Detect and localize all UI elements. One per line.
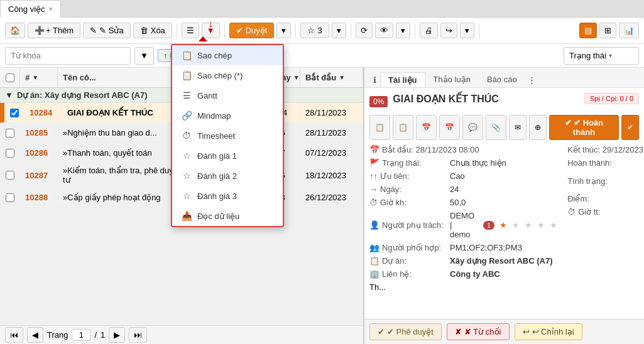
eye-button[interactable]: 👁 — [375, 23, 393, 38]
last-page-button[interactable]: ⏭ — [129, 327, 147, 343]
info-tab-icon[interactable]: ℹ — [369, 73, 380, 87]
menu-item-docdulieu[interactable]: 📥 Đọc dữ liệu — [172, 206, 283, 226]
filter-dropdown-1[interactable]: ▼ — [134, 47, 154, 65]
chevron-down-icon-3: ▾ — [337, 26, 341, 35]
menu-button[interactable]: ☰ — [182, 23, 199, 38]
mail-action-btn[interactable]: ✉ — [509, 115, 527, 140]
row-checkbox[interactable] — [6, 149, 14, 158]
gantt-icon: ☰ — [181, 90, 192, 101]
star3-icon: ☆ — [181, 190, 192, 202]
td-id: 10287 — [20, 168, 58, 183]
copy-star-icon: 📋 — [181, 70, 192, 81]
congviec-tab[interactable]: Công việc × — [0, 0, 61, 18]
page-input[interactable] — [72, 329, 90, 341]
status-dropdown[interactable]: Trạng thái ▾ — [564, 47, 639, 65]
company-icon: 🏢 — [369, 269, 379, 279]
reset-button[interactable]: ↩ ↩ Chỉnh lại — [515, 323, 582, 340]
search-input[interactable] — [5, 47, 131, 65]
info-col-right: Kết thúc: 29/12/2023 17:00 Hoàn thành: T… — [567, 145, 644, 243]
menu-item-danhgia2[interactable]: ☆ Đánh giá 2 — [172, 166, 283, 186]
approve-button[interactable]: ✔ Duyệt — [229, 23, 275, 38]
star-dropdown[interactable]: ▾ — [332, 23, 346, 38]
divider-2 — [224, 23, 225, 38]
row-checkbox[interactable] — [6, 171, 14, 180]
tab-documents[interactable]: Tài liệu — [380, 72, 425, 87]
select-all-checkbox[interactable] — [6, 73, 14, 82]
complete-button[interactable]: ✔ ✔ Hoàn thành — [549, 115, 619, 140]
confirm-button[interactable]: ✔ — [621, 115, 639, 140]
tab-more-menu[interactable]: ⋮ — [525, 73, 538, 87]
calendar2-action-btn[interactable]: 📅 — [439, 115, 460, 140]
share-button[interactable]: ↪ — [440, 23, 457, 38]
list-view-button[interactable]: ▤ — [579, 23, 597, 38]
attach-action-btn[interactable]: 📎 — [486, 115, 506, 140]
first-page-button[interactable]: ⏮ — [5, 327, 23, 343]
approve-check-icon: ✔ — [378, 327, 385, 336]
right-panel: ℹ Tài liệu Thảo luận Báo cáo ⋮ 0% GIAI Đ… — [364, 68, 644, 344]
assignee-row: 👤 Người phụ trách: DEMO | demo 1 ★ ★ ★ ★… — [369, 211, 557, 239]
grid-view-button[interactable]: ⊞ — [599, 23, 616, 38]
filter-icon: ▼ — [140, 51, 148, 60]
filter-icon-start[interactable]: ▼ — [339, 74, 345, 81]
group-expand-icon[interactable]: ▼ — [5, 90, 13, 100]
th-number: # ▼ — [20, 68, 58, 87]
priority-icon: ↑↑ — [369, 171, 378, 181]
delete-button[interactable]: 🗑 Xóa — [133, 23, 172, 38]
menu-item-gantt[interactable]: ☰ Gantt — [172, 85, 283, 105]
td-checkbox[interactable] — [0, 146, 20, 160]
tab-report[interactable]: Báo cáo — [479, 72, 525, 87]
td-checkbox[interactable] — [0, 168, 20, 182]
project-icon: 📋 — [369, 256, 379, 266]
person-icon: 👤 — [369, 220, 379, 230]
copy-icon: 📋 — [181, 50, 192, 61]
copy-action-btn[interactable]: 📋 — [369, 115, 390, 140]
next-page-button[interactable]: ▶ — [109, 327, 125, 343]
row-checkbox[interactable] — [6, 129, 14, 137]
menu-item-danhgia3[interactable]: ☆ Đánh giá 3 — [172, 186, 283, 206]
days-row: → Ngày: 24 — [369, 185, 557, 194]
arrow-up-shape — [199, 36, 207, 41]
add-button[interactable]: ➕ + Thêm — [28, 23, 80, 38]
filter-icon-num[interactable]: ▼ — [32, 74, 38, 81]
td-checkbox[interactable] — [0, 191, 20, 205]
page-label: Trang — [47, 330, 68, 340]
copy2-action-btn[interactable]: 📋 — [393, 115, 413, 140]
priority-value: Cao — [450, 171, 465, 181]
row-checkbox[interactable] — [6, 193, 14, 202]
chart-view-button[interactable]: 📊 — [619, 23, 639, 38]
menu-item-danhgia1[interactable]: ☆ Đánh giá 1 — [172, 146, 283, 166]
td-checkbox[interactable] — [0, 126, 20, 140]
star-button[interactable]: ☆ 3 — [300, 23, 329, 38]
menu-icon: ☰ — [187, 26, 194, 35]
filter-icon-day[interactable]: ▼ — [293, 74, 300, 81]
share-dropdown[interactable]: ▾ — [460, 23, 474, 38]
comment-action-btn[interactable]: 💬 — [462, 115, 483, 140]
eye-dropdown[interactable]: ▾ — [396, 23, 410, 38]
refresh-button[interactable]: ⟳ — [356, 23, 373, 38]
tab-discussion[interactable]: Thảo luận — [425, 72, 479, 87]
prev-page-button[interactable]: ◀ — [27, 327, 43, 343]
edit-button[interactable]: ✎ ✎ Sửa — [83, 23, 131, 38]
td-checkbox[interactable] — [4, 106, 25, 120]
tab-close-icon[interactable]: × — [49, 5, 53, 13]
calendar-action-btn[interactable]: 📅 — [416, 115, 437, 140]
act-hours-label: ⏱ Giờ tt: — [567, 207, 643, 217]
menu-item-saochep-star[interactable]: 📋 Sao chép (*) — [172, 65, 283, 85]
td-start: 28/11/2023 — [300, 105, 363, 120]
status-value: Chưa thực hiện — [450, 158, 506, 168]
star2-icon: ☆ — [181, 170, 192, 181]
chevron-down-icon-4: ▾ — [401, 26, 405, 35]
menu-item-timesheet[interactable]: ⏱ Timesheet — [172, 126, 283, 146]
tab-more-icon: ⋮ — [528, 75, 536, 85]
row-checkbox[interactable] — [10, 109, 19, 117]
group-icon: 👥 — [369, 243, 379, 252]
menu-item-saochep[interactable]: 📋 Sao chép — [172, 45, 283, 65]
approve-final-button[interactable]: ✔ ✔ Phê duyệt — [369, 323, 442, 340]
prev-page-icon: ◀ — [32, 330, 38, 340]
reject-button[interactable]: ✘ ✘ Từ chối — [447, 323, 510, 340]
print-button[interactable]: 🖨 — [420, 23, 438, 38]
menu-item-mindmap[interactable]: 🔗 Mindmap — [172, 105, 283, 126]
home-button[interactable]: 🏠 — [5, 23, 25, 38]
approve-dropdown[interactable]: ▾ — [276, 23, 291, 38]
add-action-btn[interactable]: ⊕ — [529, 115, 547, 140]
